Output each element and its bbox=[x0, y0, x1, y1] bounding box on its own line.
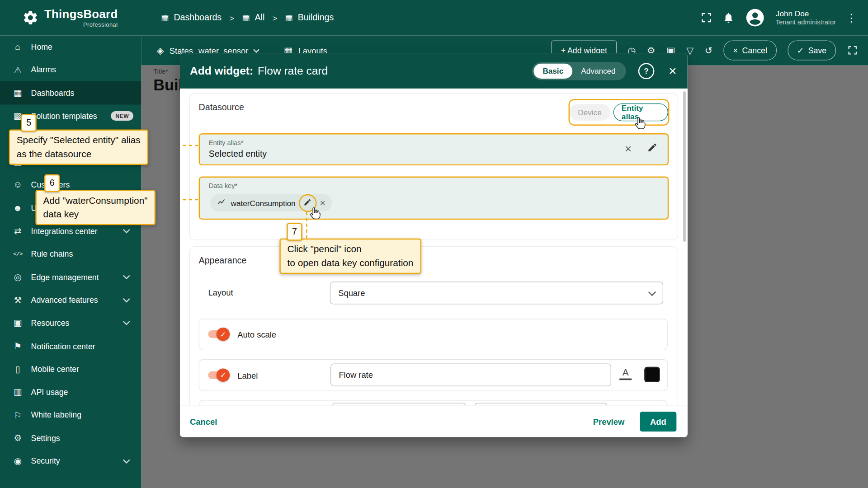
font-settings-icon[interactable]: A bbox=[619, 367, 632, 380]
save-button[interactable]: ✓ Save bbox=[788, 40, 836, 60]
callout-line: to open data key configuration bbox=[288, 256, 414, 270]
label-label: Label bbox=[237, 371, 258, 380]
sidebar-item-label: Dashboards bbox=[31, 89, 75, 98]
notifications-bell-icon[interactable] bbox=[722, 12, 735, 24]
callout-line: as the datasource bbox=[17, 147, 141, 161]
sidebar-item-label: Resources bbox=[31, 319, 70, 328]
flag-icon: ⚑ bbox=[12, 341, 23, 351]
app-logo[interactable]: ThingsBoard Professional bbox=[22, 8, 118, 27]
dashboard-icon: ▦ bbox=[161, 13, 169, 23]
sidebar-item-alarms[interactable]: ⚠ Alarms bbox=[0, 58, 141, 81]
sidebar-item-security[interactable]: ◉ Security bbox=[0, 450, 141, 473]
filter-icon[interactable]: ▽ bbox=[686, 45, 693, 56]
integrations-icon: ⇄ bbox=[12, 226, 23, 236]
dialog-title-value: Flow rate card bbox=[258, 65, 328, 77]
add-button[interactable]: Add bbox=[640, 412, 677, 432]
auto-scale-label: Auto scale bbox=[237, 330, 276, 339]
sidebar-item-rule-chains[interactable]: </> Rule chains bbox=[0, 243, 141, 266]
chart-icon: ▥ bbox=[12, 387, 23, 397]
data-key-field[interactable]: Data key* waterConsumption × bbox=[199, 177, 669, 220]
dialog-scrollbar[interactable] bbox=[683, 91, 686, 242]
callout-line: Click "pencil" icon bbox=[288, 242, 414, 256]
expand-fullscreen-icon[interactable] bbox=[847, 45, 858, 56]
sidebar-item-label: Notification center bbox=[31, 342, 95, 351]
help-icon[interactable]: ? bbox=[638, 63, 655, 79]
layout-select-value: Square bbox=[338, 288, 365, 298]
alarm-icon: ⚠ bbox=[12, 65, 23, 75]
chevron-down-icon bbox=[648, 288, 656, 296]
cancel-button[interactable]: Cancel bbox=[190, 417, 217, 427]
step-5-badge: 5 bbox=[21, 114, 37, 131]
sidebar-item-label: Solution templates bbox=[31, 112, 97, 121]
timeseries-icon bbox=[217, 197, 226, 208]
step-6-callout: Add "waterConsumption" data key bbox=[35, 190, 155, 225]
breadcrumb-label: Buildings bbox=[298, 13, 334, 23]
fullscreen-icon[interactable] bbox=[700, 12, 712, 24]
sidebar-item-label: Home bbox=[31, 42, 52, 52]
version-history-icon[interactable]: ↺ bbox=[705, 45, 712, 56]
label-text-value: Flow rate bbox=[339, 370, 373, 380]
chevron-down-icon bbox=[253, 47, 259, 53]
tab-basic[interactable]: Basic bbox=[534, 63, 572, 78]
datasource-section: Datasource Device Entity alias Entity al… bbox=[189, 93, 678, 240]
top-header: ThingsBoard Professional ▦ Dashboards > … bbox=[0, 0, 868, 35]
chevron-down-icon bbox=[123, 226, 130, 234]
home-icon: ⌂ bbox=[12, 42, 23, 52]
sidebar-item-advanced-features[interactable]: ⚒ Advanced features bbox=[0, 289, 141, 312]
preview-button[interactable]: Preview bbox=[593, 417, 624, 427]
cancel-edit-button[interactable]: × Cancel bbox=[724, 40, 777, 60]
brand-name: ThingsBoard bbox=[44, 8, 118, 20]
label-text-input[interactable]: Flow rate bbox=[330, 363, 611, 386]
chevron-down-icon bbox=[123, 319, 130, 326]
sidebar-item-settings[interactable]: ⚙ Settings bbox=[0, 427, 141, 450]
phone-icon: ▯ bbox=[12, 364, 23, 374]
sidebar-item-label: Alarms bbox=[31, 66, 56, 75]
sidebar-item-label: Security bbox=[31, 457, 60, 466]
label-row: ✓ Label Flow rate A bbox=[199, 359, 668, 391]
breadcrumb-dashboards[interactable]: ▦ Dashboards bbox=[161, 13, 222, 23]
callout-connector bbox=[306, 212, 307, 239]
label-icon: ⚐ bbox=[12, 410, 23, 420]
screen: ThingsBoard Professional ▦ Dashboards > … bbox=[0, 0, 868, 488]
layout-select[interactable]: Square bbox=[330, 282, 663, 304]
sidebar-item-notification-center[interactable]: ⚑ Notification center bbox=[0, 334, 141, 357]
label-color-swatch[interactable] bbox=[644, 367, 660, 382]
sidebar-item-api-usage[interactable]: ▥ API usage bbox=[0, 380, 141, 404]
auto-scale-toggle[interactable]: ✓ bbox=[208, 330, 228, 338]
callout-line: Specify "Selected entity" alias bbox=[17, 133, 141, 147]
close-icon: × bbox=[733, 46, 737, 55]
breadcrumb-all[interactable]: ▦ All bbox=[242, 13, 264, 23]
user-info: John Doe Tenant administrator bbox=[776, 9, 836, 27]
sidebar-item-dashboards[interactable]: ▦ Dashboards bbox=[0, 81, 141, 104]
entity-alias-field[interactable]: Entity alias* Selected entity × bbox=[199, 133, 669, 165]
clear-alias-icon[interactable]: × bbox=[625, 143, 632, 155]
save-label: Save bbox=[808, 46, 826, 55]
close-icon[interactable]: × bbox=[669, 64, 676, 77]
new-badge: NEW bbox=[111, 111, 133, 121]
users-icon: ☻ bbox=[12, 203, 23, 213]
sidebar-item-edge-management[interactable]: ◎ Edge management bbox=[0, 266, 141, 289]
sidebar-item-resources[interactable]: ▣ Resources bbox=[0, 312, 141, 335]
edit-alias-pencil-icon[interactable] bbox=[647, 142, 657, 155]
data-key-chip-label: waterConsumption bbox=[231, 198, 296, 207]
device-toggle-button[interactable]: Device bbox=[570, 104, 610, 121]
tab-advanced[interactable]: Advanced bbox=[572, 63, 624, 78]
chevron-down-icon bbox=[123, 296, 130, 303]
sidebar-item-white-labeling[interactable]: ⚐ White labeling bbox=[0, 404, 141, 427]
more-menu-icon[interactable]: ⋮ bbox=[846, 12, 857, 23]
dialog-body: Datasource Device Entity alias Entity al… bbox=[180, 89, 688, 406]
avatar[interactable] bbox=[745, 7, 766, 28]
appearance-section: Appearance Layout Square ✓ Auto scale ✓ bbox=[189, 246, 678, 406]
sidebar-item-home[interactable]: ⌂ Home bbox=[0, 35, 141, 58]
states-icon: ◈ bbox=[157, 45, 164, 56]
cancel-label: Cancel bbox=[742, 46, 767, 55]
brand-subtitle: Professional bbox=[44, 21, 118, 27]
label-toggle[interactable]: ✓ bbox=[208, 371, 228, 379]
dashboard-icon: ▦ bbox=[242, 13, 250, 23]
breadcrumb-buildings[interactable]: ▦ Buildings bbox=[285, 13, 334, 23]
edge-icon: ◎ bbox=[12, 272, 23, 282]
sidebar-nav: ⌂ Home ⚠ Alarms ▦ Dashboards ▩ Solution … bbox=[0, 35, 141, 488]
sidebar-item-mobile-center[interactable]: ▯ Mobile center bbox=[0, 357, 141, 380]
dialog-header: Add widget:Flow rate card Basic Advanced… bbox=[180, 53, 688, 89]
callout-connector bbox=[183, 199, 198, 200]
